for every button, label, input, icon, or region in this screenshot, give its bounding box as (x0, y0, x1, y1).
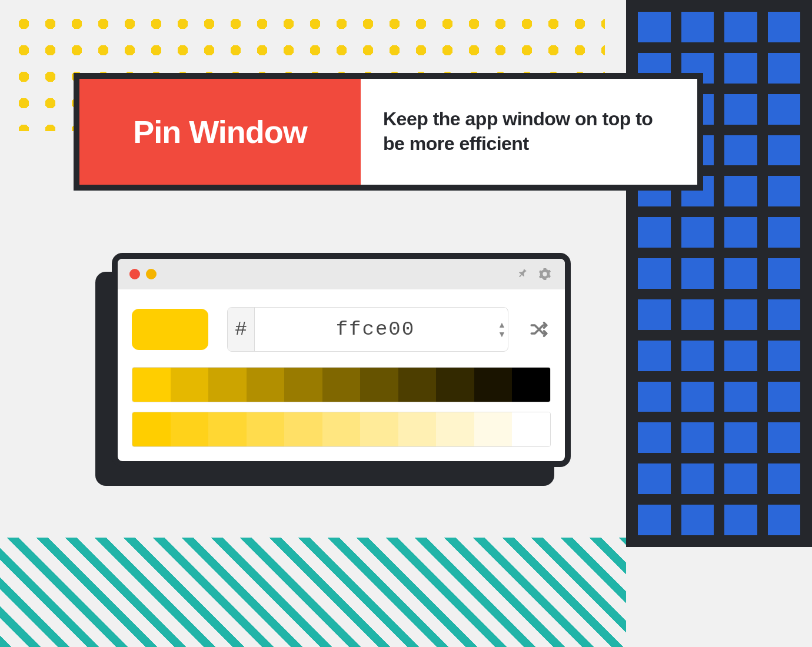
traffic-light-close[interactable] (129, 269, 140, 279)
color-cell[interactable] (436, 412, 474, 446)
color-cell[interactable] (322, 368, 361, 402)
shuffle-button[interactable] (527, 318, 551, 341)
shades-ramp (132, 367, 551, 402)
color-cell[interactable] (284, 368, 322, 402)
color-cell[interactable] (398, 412, 437, 446)
traffic-light-minimize[interactable] (146, 269, 157, 279)
color-cell[interactable] (247, 412, 285, 446)
color-cell[interactable] (474, 412, 513, 446)
feature-title-block: Pin Window (79, 79, 361, 185)
hex-input-row: # ▲ ▼ (132, 307, 551, 352)
pin-icon[interactable] (514, 266, 531, 282)
gear-icon[interactable] (537, 266, 553, 282)
window-titlebar (118, 259, 565, 289)
feature-description: Keep the app window on top to be more ef… (383, 107, 675, 156)
hex-stepper[interactable]: ▲ ▼ (496, 308, 508, 351)
tints-ramp (132, 412, 551, 447)
feature-header: Pin Window Keep the app window on top to… (74, 73, 703, 191)
color-swatch[interactable] (132, 309, 208, 350)
hex-input[interactable] (255, 308, 496, 351)
color-cell[interactable] (398, 368, 437, 402)
color-cell[interactable] (474, 368, 513, 402)
feature-title: Pin Window (133, 114, 307, 150)
hex-input-group: # ▲ ▼ (227, 307, 508, 352)
color-cell[interactable] (360, 368, 398, 402)
color-cell[interactable] (171, 368, 209, 402)
teal-stripes-background (0, 538, 626, 647)
app-window-wrap: # ▲ ▼ (112, 253, 571, 467)
app-window: # ▲ ▼ (112, 253, 571, 467)
color-cell[interactable] (436, 368, 474, 402)
hex-prefix-label: # (228, 308, 255, 351)
color-cell[interactable] (512, 412, 550, 446)
stepper-up-icon[interactable]: ▲ (498, 321, 506, 329)
color-cell[interactable] (512, 368, 550, 402)
color-cell[interactable] (208, 368, 247, 402)
stepper-down-icon[interactable]: ▼ (498, 330, 506, 338)
color-cell[interactable] (171, 412, 209, 446)
color-cell[interactable] (284, 412, 322, 446)
color-cell[interactable] (132, 412, 171, 446)
color-cell[interactable] (208, 412, 247, 446)
window-body: # ▲ ▼ (118, 289, 565, 461)
color-cell[interactable] (247, 368, 285, 402)
color-cell[interactable] (322, 412, 361, 446)
feature-description-block: Keep the app window on top to be more ef… (361, 79, 697, 185)
color-cell[interactable] (360, 412, 398, 446)
color-cell[interactable] (132, 368, 171, 402)
